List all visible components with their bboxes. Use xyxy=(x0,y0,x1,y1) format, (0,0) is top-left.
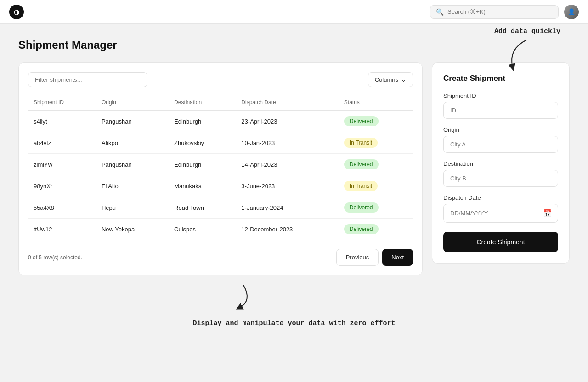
create-shipment-button[interactable]: Create Shipment xyxy=(443,232,558,252)
table-head: Shipment ID Origin Destination Dispatch … xyxy=(28,95,413,111)
cell-status: Delivered xyxy=(339,111,413,132)
columns-button[interactable]: Columns ⌄ xyxy=(368,72,413,87)
cell-status: Delivered xyxy=(339,219,413,240)
logo[interactable]: ◑ xyxy=(9,5,24,19)
filter-input[interactable] xyxy=(28,72,147,87)
search-bar: 🔍 xyxy=(430,5,559,19)
status-badge: Delivered xyxy=(344,159,379,169)
annotation-bottom: Display and manipulate your data with ze… xyxy=(192,320,395,327)
cell-origin: Hepu xyxy=(96,197,169,219)
form-label-id: Shipment ID xyxy=(443,92,558,99)
origin-input[interactable] xyxy=(443,136,558,153)
form-title: Create Shipment xyxy=(443,74,558,83)
cell-origin: El Alto xyxy=(96,175,169,197)
cell-destination: Road Town xyxy=(169,197,236,219)
columns-button-label: Columns xyxy=(375,76,398,83)
form-group-destination: Destination xyxy=(443,160,558,187)
cell-date: 12-December-2023 xyxy=(236,219,338,240)
topnav: ◑ 🔍 👤 xyxy=(0,0,588,24)
cell-origin: Pangushan xyxy=(96,111,169,132)
cell-date: 14-April-2023 xyxy=(236,154,338,175)
table-row[interactable]: zlmiYw Pangushan Edinburgh 14-April-2023… xyxy=(28,154,413,175)
table-toolbar: Columns ⌄ xyxy=(28,72,413,87)
page-content: Add data quickly Shipment Manager Column… xyxy=(0,24,588,346)
col-header-origin: Origin xyxy=(96,95,169,111)
status-badge: Delivered xyxy=(344,224,379,234)
cell-date: 23-April-2023 xyxy=(236,111,338,132)
cell-id: 98ynXr xyxy=(28,175,96,197)
status-badge: Delivered xyxy=(344,116,379,126)
status-badge: Delivered xyxy=(344,202,379,213)
pagination: Previous Next xyxy=(336,249,413,266)
table-row[interactable]: s4llyt Pangushan Edinburgh 23-April-2023… xyxy=(28,111,413,132)
annotation-bottom-text: Display and manipulate your data with ze… xyxy=(192,320,395,327)
cell-status: In Transit xyxy=(339,132,413,154)
date-input[interactable] xyxy=(444,205,537,221)
table-footer: 0 of 5 row(s) selected. Previous Next xyxy=(28,249,413,266)
logo-symbol: ◑ xyxy=(14,8,19,16)
topnav-right: 🔍 👤 xyxy=(430,5,579,19)
status-badge: In Transit xyxy=(344,138,378,148)
cell-origin: Pangushan xyxy=(96,154,169,175)
col-header-status: Status xyxy=(339,95,413,111)
cell-status: In Transit xyxy=(339,175,413,197)
avatar-inner: 👤 xyxy=(564,5,579,19)
destination-input[interactable] xyxy=(443,170,558,187)
table-panel: Columns ⌄ Shipment ID Origin Destination… xyxy=(18,62,423,275)
col-header-id: Shipment ID xyxy=(28,95,96,111)
cell-origin: Afikpo xyxy=(96,132,169,154)
form-label-origin: Origin xyxy=(443,126,558,133)
cell-id: 55a4X8 xyxy=(28,197,96,219)
cell-destination: Edinburgh xyxy=(169,154,236,175)
status-badge: In Transit xyxy=(344,181,378,191)
cell-destination: Edinburgh xyxy=(169,111,236,132)
page-title: Shipment Manager xyxy=(18,39,570,51)
cell-destination: Manukaka xyxy=(169,175,236,197)
table-row[interactable]: ab4ytz Afikpo Zhukovskiy 10-Jan-2023 In … xyxy=(28,132,413,154)
row-count: 0 of 5 row(s) selected. xyxy=(28,254,82,261)
table-body: s4llyt Pangushan Edinburgh 23-April-2023… xyxy=(28,111,413,240)
col-header-date: Dispatch Date xyxy=(236,95,338,111)
previous-button[interactable]: Previous xyxy=(336,249,379,266)
cell-id: ttUw12 xyxy=(28,219,96,240)
next-button[interactable]: Next xyxy=(382,249,413,266)
form-group-date: Dispatch Date 📅 xyxy=(443,194,558,223)
calendar-icon[interactable]: 📅 xyxy=(537,204,558,222)
cell-date: 3-June-2023 xyxy=(236,175,338,197)
form-label-date: Dispatch Date xyxy=(443,194,558,201)
cell-id: zlmiYw xyxy=(28,154,96,175)
table-row[interactable]: 98ynXr El Alto Manukaka 3-June-2023 In T… xyxy=(28,175,413,197)
table-row[interactable]: ttUw12 New Yekepa Cuispes 12-December-20… xyxy=(28,219,413,240)
form-group-id: Shipment ID xyxy=(443,92,558,119)
cell-date: 1-January-2024 xyxy=(236,197,338,219)
search-input[interactable] xyxy=(447,8,553,15)
col-header-destination: Destination xyxy=(169,95,236,111)
avatar[interactable]: 👤 xyxy=(564,5,579,19)
bottom-arrow xyxy=(220,283,257,310)
table-header-row: Shipment ID Origin Destination Dispatch … xyxy=(28,95,413,111)
shipments-table: Shipment ID Origin Destination Dispatch … xyxy=(28,95,413,240)
form-group-origin: Origin xyxy=(443,126,558,153)
cell-id: s4llyt xyxy=(28,111,96,132)
search-icon: 🔍 xyxy=(436,8,444,16)
date-input-wrapper: 📅 xyxy=(443,204,558,223)
form-label-destination: Destination xyxy=(443,160,558,167)
shipment-id-input[interactable] xyxy=(443,102,558,119)
columns-chevron-icon: ⌄ xyxy=(401,76,406,83)
main-layout: Columns ⌄ Shipment ID Origin Destination… xyxy=(18,62,570,275)
form-panel: Create Shipment Shipment ID Origin Desti… xyxy=(432,62,570,264)
cell-destination: Cuispes xyxy=(169,219,236,240)
cell-date: 10-Jan-2023 xyxy=(236,132,338,154)
cell-destination: Zhukovskiy xyxy=(169,132,236,154)
cell-status: Delivered xyxy=(339,154,413,175)
annotation-top: Add data quickly xyxy=(494,28,560,72)
cell-id: ab4ytz xyxy=(28,132,96,154)
cell-origin: New Yekepa xyxy=(96,219,169,240)
cell-status: Delivered xyxy=(339,197,413,219)
table-row[interactable]: 55a4X8 Hepu Road Town 1-January-2024 Del… xyxy=(28,197,413,219)
annotation-top-text: Add data quickly xyxy=(494,28,560,35)
